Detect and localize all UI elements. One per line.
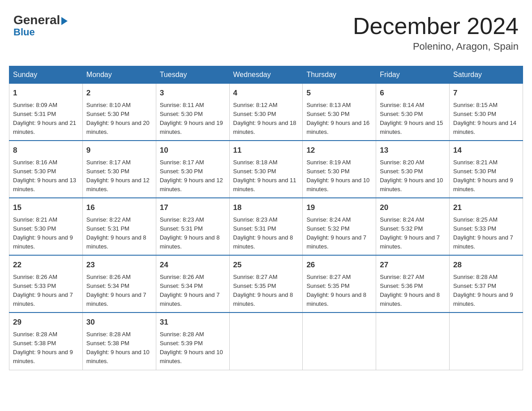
day-info: Sunrise: 8:26 AMSunset: 5:34 PMDaylight:… <box>160 273 226 309</box>
calendar-row-week-2: 8 Sunrise: 8:16 AMSunset: 5:30 PMDayligh… <box>9 141 523 198</box>
calendar-cell <box>303 313 376 370</box>
day-number: 18 <box>233 202 299 214</box>
calendar-cell: 2 Sunrise: 8:10 AMSunset: 5:30 PMDayligh… <box>82 84 156 141</box>
day-info: Sunrise: 8:24 AMSunset: 5:32 PMDaylight:… <box>306 215 372 252</box>
logo: General Blue <box>13 13 68 38</box>
col-header-saturday: Saturday <box>450 66 523 84</box>
calendar-cell: 30 Sunrise: 8:28 AMSunset: 5:38 PMDaylig… <box>82 313 156 370</box>
day-number: 7 <box>453 87 519 99</box>
calendar-cell: 20 Sunrise: 8:24 AMSunset: 5:32 PMDaylig… <box>376 198 450 255</box>
calendar-cell: 14 Sunrise: 8:21 AMSunset: 5:30 PMDaylig… <box>450 141 523 198</box>
calendar-cell <box>229 313 303 370</box>
day-info: Sunrise: 8:24 AMSunset: 5:32 PMDaylight:… <box>380 215 446 252</box>
day-info: Sunrise: 8:26 AMSunset: 5:33 PMDaylight:… <box>13 273 79 309</box>
calendar-cell: 18 Sunrise: 8:23 AMSunset: 5:31 PMDaylig… <box>229 198 303 255</box>
day-number: 20 <box>380 202 446 214</box>
day-info: Sunrise: 8:28 AMSunset: 5:39 PMDaylight:… <box>160 330 226 366</box>
day-info: Sunrise: 8:13 AMSunset: 5:30 PMDaylight:… <box>306 101 372 137</box>
day-info: Sunrise: 8:18 AMSunset: 5:30 PMDaylight:… <box>233 158 299 194</box>
calendar-table: SundayMondayTuesdayWednesdayThursdayFrid… <box>9 66 523 370</box>
day-number: 17 <box>160 202 226 214</box>
day-number: 4 <box>233 87 299 99</box>
calendar-row-week-3: 15 Sunrise: 8:21 AMSunset: 5:30 PMDaylig… <box>9 198 523 255</box>
day-info: Sunrise: 8:11 AMSunset: 5:30 PMDaylight:… <box>160 101 226 137</box>
calendar-cell: 22 Sunrise: 8:26 AMSunset: 5:33 PMDaylig… <box>9 255 83 313</box>
calendar-cell <box>450 313 523 370</box>
day-number: 21 <box>453 202 519 214</box>
calendar-cell: 26 Sunrise: 8:27 AMSunset: 5:35 PMDaylig… <box>303 255 376 313</box>
day-info: Sunrise: 8:27 AMSunset: 5:35 PMDaylight:… <box>306 273 372 309</box>
day-info: Sunrise: 8:15 AMSunset: 5:30 PMDaylight:… <box>453 101 519 137</box>
calendar-cell: 9 Sunrise: 8:17 AMSunset: 5:30 PMDayligh… <box>82 141 156 198</box>
calendar-cell: 17 Sunrise: 8:23 AMSunset: 5:31 PMDaylig… <box>156 198 229 255</box>
calendar-cell: 25 Sunrise: 8:27 AMSunset: 5:35 PMDaylig… <box>229 255 303 313</box>
day-number: 16 <box>86 202 152 214</box>
calendar-cell: 6 Sunrise: 8:14 AMSunset: 5:30 PMDayligh… <box>376 84 450 141</box>
day-number: 30 <box>86 317 152 328</box>
day-info: Sunrise: 8:16 AMSunset: 5:30 PMDaylight:… <box>13 158 79 194</box>
day-number: 26 <box>306 259 372 271</box>
day-info: Sunrise: 8:25 AMSunset: 5:33 PMDaylight:… <box>453 215 519 252</box>
calendar-cell: 4 Sunrise: 8:12 AMSunset: 5:30 PMDayligh… <box>229 84 303 141</box>
day-number: 15 <box>13 202 79 214</box>
day-info: Sunrise: 8:12 AMSunset: 5:30 PMDaylight:… <box>233 101 299 137</box>
day-info: Sunrise: 8:23 AMSunset: 5:31 PMDaylight:… <box>160 215 226 252</box>
day-number: 5 <box>306 87 372 99</box>
calendar-cell: 27 Sunrise: 8:27 AMSunset: 5:36 PMDaylig… <box>376 255 450 313</box>
calendar-cell: 11 Sunrise: 8:18 AMSunset: 5:30 PMDaylig… <box>229 141 303 198</box>
day-number: 12 <box>306 145 372 156</box>
calendar-cell: 28 Sunrise: 8:28 AMSunset: 5:37 PMDaylig… <box>450 255 523 313</box>
day-info: Sunrise: 8:19 AMSunset: 5:30 PMDaylight:… <box>306 158 372 194</box>
col-header-wednesday: Wednesday <box>229 66 303 84</box>
day-number: 22 <box>13 259 79 271</box>
day-info: Sunrise: 8:23 AMSunset: 5:31 PMDaylight:… <box>233 215 299 252</box>
calendar-cell: 19 Sunrise: 8:24 AMSunset: 5:32 PMDaylig… <box>303 198 376 255</box>
day-number: 9 <box>86 145 152 156</box>
day-number: 6 <box>380 87 446 99</box>
day-info: Sunrise: 8:22 AMSunset: 5:31 PMDaylight:… <box>86 215 152 252</box>
calendar-row-week-1: 1 Sunrise: 8:09 AMSunset: 5:31 PMDayligh… <box>9 84 523 141</box>
day-info: Sunrise: 8:28 AMSunset: 5:38 PMDaylight:… <box>13 330 79 366</box>
calendar-cell: 16 Sunrise: 8:22 AMSunset: 5:31 PMDaylig… <box>82 198 156 255</box>
day-info: Sunrise: 8:10 AMSunset: 5:30 PMDaylight:… <box>86 101 152 137</box>
calendar-cell: 23 Sunrise: 8:26 AMSunset: 5:34 PMDaylig… <box>82 255 156 313</box>
calendar-cell <box>376 313 450 370</box>
title-block: December 2024 Polenino, Aragon, Spain <box>353 13 519 52</box>
day-number: 23 <box>86 259 152 271</box>
calendar-cell: 7 Sunrise: 8:15 AMSunset: 5:30 PMDayligh… <box>450 84 523 141</box>
calendar-cell: 3 Sunrise: 8:11 AMSunset: 5:30 PMDayligh… <box>156 84 229 141</box>
day-info: Sunrise: 8:09 AMSunset: 5:31 PMDaylight:… <box>13 101 79 137</box>
col-header-thursday: Thursday <box>303 66 376 84</box>
day-number: 11 <box>233 145 299 156</box>
day-number: 8 <box>13 145 79 156</box>
day-info: Sunrise: 8:28 AMSunset: 5:38 PMDaylight:… <box>86 330 152 366</box>
col-header-monday: Monday <box>82 66 156 84</box>
day-number: 24 <box>160 259 226 271</box>
location: Polenino, Aragon, Spain <box>353 41 519 52</box>
day-number: 10 <box>160 145 226 156</box>
day-info: Sunrise: 8:28 AMSunset: 5:37 PMDaylight:… <box>453 273 519 309</box>
calendar-cell: 5 Sunrise: 8:13 AMSunset: 5:30 PMDayligh… <box>303 84 376 141</box>
day-number: 28 <box>453 259 519 271</box>
logo-general-text: General <box>13 13 68 27</box>
day-number: 19 <box>306 202 372 214</box>
day-info: Sunrise: 8:27 AMSunset: 5:36 PMDaylight:… <box>380 273 446 309</box>
logo-blue-text: Blue <box>13 26 35 38</box>
day-info: Sunrise: 8:17 AMSunset: 5:30 PMDaylight:… <box>160 158 226 194</box>
col-header-tuesday: Tuesday <box>156 66 229 84</box>
day-info: Sunrise: 8:21 AMSunset: 5:30 PMDaylight:… <box>453 158 519 194</box>
calendar-cell: 8 Sunrise: 8:16 AMSunset: 5:30 PMDayligh… <box>9 141 83 198</box>
day-info: Sunrise: 8:17 AMSunset: 5:30 PMDaylight:… <box>86 158 152 194</box>
calendar-cell: 13 Sunrise: 8:20 AMSunset: 5:30 PMDaylig… <box>376 141 450 198</box>
day-number: 29 <box>13 317 79 328</box>
day-info: Sunrise: 8:26 AMSunset: 5:34 PMDaylight:… <box>86 273 152 309</box>
calendar-cell: 12 Sunrise: 8:19 AMSunset: 5:30 PMDaylig… <box>303 141 376 198</box>
day-number: 2 <box>86 87 152 99</box>
month-title: December 2024 <box>353 13 519 39</box>
calendar-cell: 24 Sunrise: 8:26 AMSunset: 5:34 PMDaylig… <box>156 255 229 313</box>
day-info: Sunrise: 8:27 AMSunset: 5:35 PMDaylight:… <box>233 273 299 309</box>
calendar-cell: 15 Sunrise: 8:21 AMSunset: 5:30 PMDaylig… <box>9 198 83 255</box>
calendar-cell: 10 Sunrise: 8:17 AMSunset: 5:30 PMDaylig… <box>156 141 229 198</box>
day-number: 3 <box>160 87 226 99</box>
day-number: 1 <box>13 87 79 99</box>
